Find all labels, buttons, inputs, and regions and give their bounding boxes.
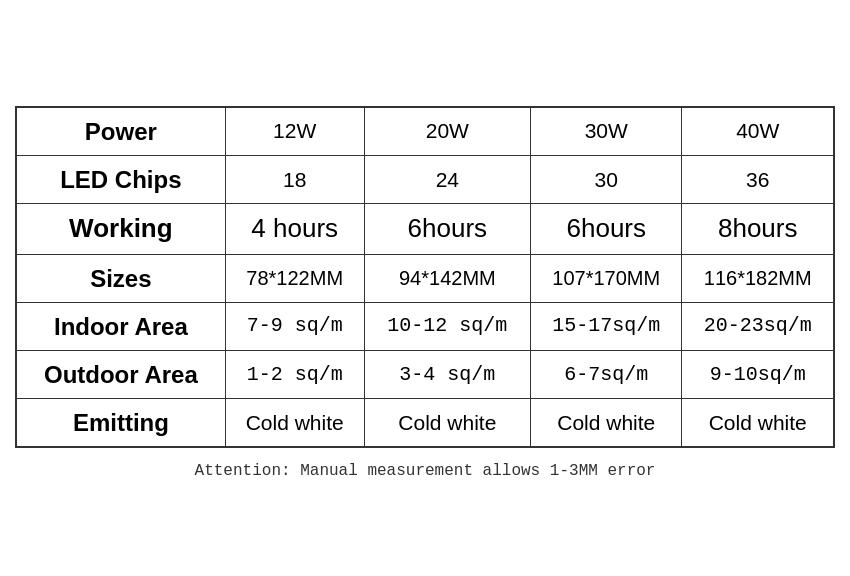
cell-indoor-area-3: 20-23sq/m <box>682 302 834 350</box>
cell-indoor-area-2: 15-17sq/m <box>531 302 682 350</box>
cell-working-1: 6hours <box>364 203 530 254</box>
row-header-indoor-area: Indoor Area <box>16 302 225 350</box>
cell-sizes-3: 116*182MM <box>682 254 834 302</box>
cell-working-2: 6hours <box>531 203 682 254</box>
cell-outdoor-area-0: 1-2 sq/m <box>225 351 364 399</box>
cell-power-0: 12W <box>225 107 364 156</box>
cell-led-chips-3: 36 <box>682 155 834 203</box>
row-header-led-chips: LED Chips <box>16 155 225 203</box>
cell-sizes-2: 107*170MM <box>531 254 682 302</box>
cell-emitting-1: Cold white <box>364 399 530 448</box>
cell-working-0: 4 hours <box>225 203 364 254</box>
table-row-working: Working4 hours6hours6hours8hours <box>16 203 834 254</box>
row-header-emitting: Emitting <box>16 399 225 448</box>
row-header-sizes: Sizes <box>16 254 225 302</box>
cell-outdoor-area-2: 6-7sq/m <box>531 351 682 399</box>
cell-outdoor-area-3: 9-10sq/m <box>682 351 834 399</box>
cell-emitting-0: Cold white <box>225 399 364 448</box>
attention-note: Attention: Manual measurement allows 1-3… <box>15 462 835 480</box>
row-header-power: Power <box>16 107 225 156</box>
table-row-outdoor-area: Outdoor Area1-2 sq/m3-4 sq/m6-7sq/m9-10s… <box>16 351 834 399</box>
table-row-emitting: EmittingCold whiteCold whiteCold whiteCo… <box>16 399 834 448</box>
cell-sizes-1: 94*142MM <box>364 254 530 302</box>
cell-led-chips-2: 30 <box>531 155 682 203</box>
cell-power-1: 20W <box>364 107 530 156</box>
table-row-power: Power12W20W30W40W <box>16 107 834 156</box>
cell-power-3: 40W <box>682 107 834 156</box>
cell-led-chips-1: 24 <box>364 155 530 203</box>
cell-power-2: 30W <box>531 107 682 156</box>
table-row-led-chips: LED Chips18243036 <box>16 155 834 203</box>
table-row-sizes: Sizes78*122MM94*142MM107*170MM116*182MM <box>16 254 834 302</box>
cell-emitting-3: Cold white <box>682 399 834 448</box>
specs-table: Power12W20W30W40WLED Chips18243036Workin… <box>15 106 835 449</box>
cell-indoor-area-1: 10-12 sq/m <box>364 302 530 350</box>
cell-outdoor-area-1: 3-4 sq/m <box>364 351 530 399</box>
cell-indoor-area-0: 7-9 sq/m <box>225 302 364 350</box>
cell-led-chips-0: 18 <box>225 155 364 203</box>
row-header-working: Working <box>16 203 225 254</box>
row-header-outdoor-area: Outdoor Area <box>16 351 225 399</box>
table-wrapper: Power12W20W30W40WLED Chips18243036Workin… <box>15 106 835 481</box>
cell-sizes-0: 78*122MM <box>225 254 364 302</box>
cell-emitting-2: Cold white <box>531 399 682 448</box>
cell-working-3: 8hours <box>682 203 834 254</box>
table-row-indoor-area: Indoor Area7-9 sq/m10-12 sq/m15-17sq/m20… <box>16 302 834 350</box>
